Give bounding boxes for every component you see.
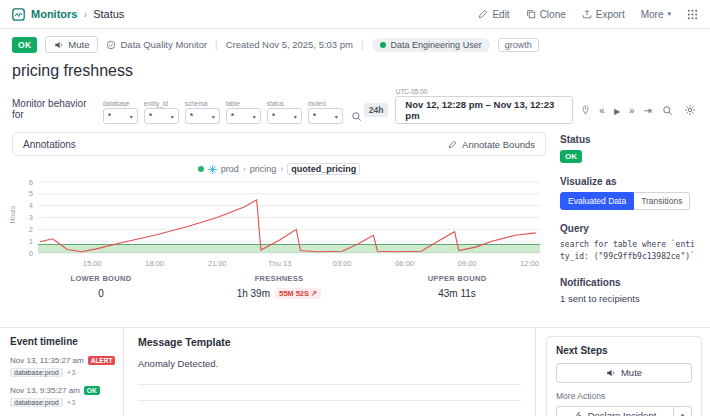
filter-group: Monitor behavior for database *▾ entity_… xyxy=(12,98,364,124)
freshness-chart[interactable]: Hours 012345615:0018:0021:00Thu 1303:000… xyxy=(12,177,546,271)
timeline-event[interactable]: Nov 13, 11:35:27 am ALERT database:prod … xyxy=(10,356,113,377)
event-status-badge: ALERT xyxy=(88,356,116,365)
query-text: search for table where `entity_id: ("99c… xyxy=(560,239,696,264)
tag-growth[interactable]: growth xyxy=(498,38,539,52)
filter-status-select[interactable]: *▾ xyxy=(267,108,302,124)
filter-muted: muted *▾ xyxy=(308,100,343,124)
meta-separator: | xyxy=(215,39,218,50)
pin-icon xyxy=(581,105,590,115)
freshness-label: FRESHNESS xyxy=(255,274,304,283)
notifications-link[interactable]: 1 sent to recipients xyxy=(560,293,640,304)
filter-database-select[interactable]: *▾ xyxy=(103,108,138,124)
edit-button[interactable]: Edit xyxy=(478,9,509,20)
monitors-icon xyxy=(12,8,25,21)
message-template-panel: Message Template Anomaly Detected. xyxy=(124,328,536,416)
evaluated-data-button[interactable]: Evaluated Data xyxy=(560,192,634,210)
bounds-stats-row: LOWER BOUND 0 FRESHNESS 1h 39m 55M 52S ↗… xyxy=(12,274,546,299)
svg-text:3: 3 xyxy=(29,213,33,222)
date-range-input[interactable]: Nov 12, 12:28 pm – Nov 13, 12:23 pm xyxy=(395,96,573,124)
event-status-badge: OK xyxy=(84,386,100,395)
notifications-section-title: Notifications xyxy=(560,277,696,288)
breadcrumb: Monitors › Status xyxy=(12,8,124,21)
play-button[interactable]: ▶ xyxy=(613,105,621,116)
clone-icon xyxy=(526,9,536,19)
legend-table-chip[interactable]: quoted_pricing xyxy=(287,163,360,175)
mute-button-card[interactable]: Mute xyxy=(556,363,692,383)
export-icon xyxy=(582,9,592,19)
filter-muted-select[interactable]: *▾ xyxy=(308,108,343,124)
more-button[interactable]: More ▾ xyxy=(641,9,671,20)
upper-bound-stat: UPPER BOUND 43m 11s xyxy=(368,274,546,299)
next-steps-column: Next Steps Mute More Actions Declare Inc… xyxy=(536,328,710,416)
filter-table-label: table xyxy=(226,100,261,107)
chevron-down-icon: ▾ xyxy=(294,113,297,120)
chart-canvas[interactable]: 012345615:0018:0021:00Thu 1303:0006:0009… xyxy=(12,177,546,271)
filter-database-label: database xyxy=(103,100,138,107)
freshness-stat: FRESHNESS 1h 39m 55M 52S ↗ xyxy=(190,274,368,299)
step-forward-button[interactable]: » xyxy=(628,105,636,116)
edit-label: Edit xyxy=(492,9,509,20)
range-badge[interactable]: 24h xyxy=(364,103,389,117)
status-section: Status OK xyxy=(560,134,696,163)
message-template-body[interactable]: Anomaly Detected. xyxy=(138,358,521,369)
next-steps-title: Next Steps xyxy=(556,345,692,356)
search-button[interactable] xyxy=(349,109,364,124)
mute-button[interactable]: Mute xyxy=(45,36,98,53)
freshness-value: 1h 39m xyxy=(237,288,270,299)
step-back-button[interactable]: « xyxy=(598,105,606,116)
svg-text:Thu 13: Thu 13 xyxy=(268,259,291,268)
topbar-actions: Edit Clone Export More ▾ xyxy=(478,9,698,20)
chevron-down-icon: ▾ xyxy=(667,10,671,18)
svg-text:18:00: 18:00 xyxy=(145,259,164,268)
visualize-section: Visualize as Evaluated Data Transitions xyxy=(560,176,696,210)
owner-pill[interactable]: Data Engineering User xyxy=(372,38,490,52)
more-label: More xyxy=(641,9,664,20)
visualize-toggle: Evaluated Data Transitions xyxy=(560,192,696,210)
svg-text:09:00: 09:00 xyxy=(458,259,477,268)
pencil-icon xyxy=(448,140,457,149)
timeline-event[interactable]: Nov 13, 9:35:27 am OK database:prod +3 xyxy=(10,386,113,407)
created-text: Created Nov 5, 2025, 5:03 pm xyxy=(226,39,353,50)
clone-label: Clone xyxy=(540,9,566,20)
clone-button[interactable]: Clone xyxy=(526,9,566,20)
status-badge: OK xyxy=(12,37,37,53)
filter-entity-id-select[interactable]: *▾ xyxy=(144,108,179,124)
play-icon: ▶ xyxy=(614,107,620,116)
filter-row: Monitor behavior for database *▾ entity_… xyxy=(0,88,710,124)
time-controls: UTC-05:00 24h Nov 12, 12:28 pm – Nov 13,… xyxy=(364,88,698,124)
divider xyxy=(138,400,521,401)
timezone-label: UTC-05:00 xyxy=(396,88,428,95)
transitions-button[interactable]: Transitions xyxy=(634,192,690,210)
upper-bound-label: UPPER BOUND xyxy=(428,274,487,283)
declare-incident-dropdown[interactable]: ▾ xyxy=(674,406,692,416)
breadcrumb-monitors[interactable]: Monitors xyxy=(31,8,77,20)
chart-legend: prod › pricing › quoted_pricing xyxy=(12,163,546,175)
filter-status-value: * xyxy=(272,111,276,121)
apps-grid-icon[interactable] xyxy=(687,9,698,20)
filter-schema-label: schema xyxy=(185,100,220,107)
freshness-delta-badge: 55M 52S ↗ xyxy=(275,288,321,299)
jump-to-latest-button[interactable]: ⇥ xyxy=(643,105,653,116)
legend-database: prod xyxy=(221,164,239,174)
event-tag-chip: database:prod xyxy=(10,368,63,377)
speaker-icon xyxy=(54,40,64,50)
declare-incident-button[interactable]: Declare Incident xyxy=(556,406,674,416)
svg-text:21:00: 21:00 xyxy=(208,259,227,268)
filter-table-select[interactable]: *▾ xyxy=(226,108,261,124)
incident-bolt-icon xyxy=(574,411,583,416)
top-bar: Monitors › Status Edit Clone Export More… xyxy=(0,0,710,29)
event-more-count: +3 xyxy=(67,398,76,407)
chart-zoom-button[interactable] xyxy=(660,103,675,118)
export-button[interactable]: Export xyxy=(582,9,625,20)
filter-schema-select[interactable]: *▾ xyxy=(185,108,220,124)
annotations-title: Annotations xyxy=(23,139,76,150)
svg-text:1: 1 xyxy=(29,237,33,246)
pin-view-button[interactable] xyxy=(580,105,591,115)
svg-text:6: 6 xyxy=(29,178,33,187)
settings-button[interactable] xyxy=(682,102,698,118)
annotate-bounds-button[interactable]: Annotate Bounds xyxy=(448,139,535,150)
annotations-bar: Annotations Annotate Bounds xyxy=(12,132,546,156)
divider xyxy=(138,384,521,385)
search-icon xyxy=(351,111,362,122)
chevron-down-icon: ▾ xyxy=(171,113,174,120)
